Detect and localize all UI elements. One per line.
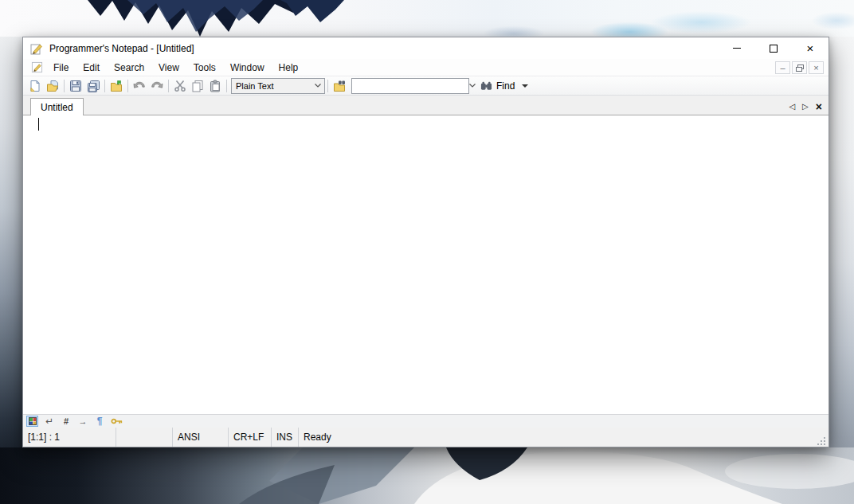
maximize-icon: [770, 45, 778, 53]
open-file-button[interactable]: [44, 78, 61, 94]
wallpaper-snow-art: [0, 447, 854, 504]
whitespace-arrow-icon: →: [79, 417, 88, 426]
status-line-endings: CR+LF: [229, 428, 272, 447]
save-icon: [69, 80, 82, 92]
encoding-text: ANSI: [178, 432, 200, 443]
status-caret-position: [1:1] : 1: [23, 428, 116, 447]
toolbar-separator: [168, 80, 169, 92]
menu-search[interactable]: Search: [107, 59, 151, 76]
close-button[interactable]: ×: [792, 37, 829, 59]
document-pencil-icon[interactable]: [31, 61, 43, 73]
split-view-button[interactable]: [26, 416, 38, 427]
mdi-window-controls: – ×: [775, 61, 824, 74]
window-title: Programmer's Notepad - [Untitled]: [49, 43, 194, 54]
undo-button[interactable]: [131, 78, 148, 94]
cut-button[interactable]: [171, 78, 189, 94]
save-all-icon: [87, 80, 100, 92]
scheme-selector[interactable]: Plain Text: [231, 78, 325, 94]
mdi-restore-icon: [796, 64, 804, 72]
word-wrap-button[interactable]: ↵: [44, 416, 55, 427]
status-encoding: ANSI: [173, 428, 229, 447]
wallpaper-right: [829, 37, 854, 447]
redo-button[interactable]: [148, 78, 166, 94]
copy-button[interactable]: [189, 78, 206, 94]
status-message-pane: Ready: [299, 428, 829, 447]
editor-options-toolbar: ↵ # → ¶: [23, 414, 829, 428]
window-controls: ×: [719, 37, 829, 59]
status-message-text: Ready: [304, 432, 331, 443]
menu-tools[interactable]: Tools: [186, 59, 223, 76]
menu-window[interactable]: Window: [223, 59, 272, 76]
cut-icon: [174, 80, 186, 92]
show-whitespace-button[interactable]: →: [77, 416, 88, 427]
wallpaper-bottom: [0, 447, 854, 504]
toolbar-separator: [104, 80, 105, 92]
find-button[interactable]: Find: [476, 78, 533, 93]
tab-bar: Untitled ◁ ▷ ×: [23, 96, 829, 115]
close-file-button[interactable]: [108, 78, 125, 94]
maximize-button[interactable]: [755, 37, 792, 59]
line-endings-text: CR+LF: [233, 432, 264, 443]
tab-navigation: ◁ ▷ ×: [789, 101, 822, 112]
new-file-icon: [29, 80, 41, 92]
menu-view[interactable]: View: [151, 59, 186, 76]
status-insert-mode: INS: [272, 428, 299, 447]
wallpaper-hair-art: [0, 0, 854, 37]
open-folder-icon: [46, 80, 59, 92]
chevron-down-icon[interactable]: [469, 79, 476, 93]
paste-button[interactable]: [206, 78, 224, 94]
editor-area[interactable]: [23, 115, 829, 414]
caret-position-text: [1:1] : 1: [28, 432, 60, 443]
folder-green-arrow-icon: [110, 80, 123, 92]
word-wrap-icon: ↵: [45, 416, 53, 426]
save-all-button[interactable]: [84, 78, 102, 94]
app-icon: [30, 42, 43, 55]
resize-grip[interactable]: [817, 436, 827, 447]
copy-icon: [191, 80, 204, 92]
tab-scroll-right-icon[interactable]: ▷: [802, 103, 809, 111]
key-icon: [111, 417, 123, 425]
tab-close-icon[interactable]: ×: [816, 101, 822, 112]
save-button[interactable]: [67, 78, 84, 94]
minimize-icon: [733, 48, 741, 49]
wallpaper-left: [0, 37, 22, 447]
minimize-button[interactable]: [719, 37, 755, 59]
undo-icon: [133, 80, 146, 92]
binoculars-icon: [480, 80, 492, 92]
find-in-files-icon: [333, 80, 346, 92]
mdi-restore-button[interactable]: [792, 61, 807, 74]
menu-file[interactable]: File: [46, 59, 76, 76]
app-window: Programmer's Notepad - [Untitled] × File…: [22, 37, 829, 447]
tab-scroll-left-icon[interactable]: ◁: [789, 103, 795, 111]
write-protect-button[interactable]: [111, 416, 123, 427]
status-selection: [116, 428, 173, 447]
insert-mode-text: INS: [276, 432, 292, 443]
menu-edit[interactable]: Edit: [76, 59, 107, 76]
pilcrow-icon: ¶: [97, 416, 103, 426]
menu-help[interactable]: Help: [272, 59, 306, 76]
find-button-label: Find: [496, 80, 515, 92]
text-caret: [38, 118, 39, 131]
find-input[interactable]: [352, 81, 469, 91]
toolbar-separator: [226, 80, 227, 92]
scheme-selector-value: Plain Text: [232, 81, 311, 91]
title-bar[interactable]: Programmer's Notepad - [Untitled] ×: [23, 37, 829, 59]
tab-untitled[interactable]: Untitled: [30, 98, 84, 115]
mdi-minimize-button[interactable]: –: [775, 61, 790, 74]
toolbar-separator: [127, 80, 128, 92]
show-line-endings-button[interactable]: ¶: [94, 416, 105, 427]
line-numbers-icon: #: [64, 417, 69, 426]
line-numbers-button[interactable]: #: [61, 416, 72, 427]
toolbar-separator: [64, 80, 65, 92]
find-in-files-button[interactable]: [331, 78, 348, 94]
new-file-button[interactable]: [26, 78, 44, 94]
mdi-close-button[interactable]: ×: [809, 61, 824, 74]
chevron-down-icon[interactable]: [311, 79, 324, 93]
menu-bar: File Edit Search View Tools Window Help …: [23, 59, 829, 76]
find-combobox[interactable]: [351, 78, 469, 94]
find-dropdown-icon[interactable]: [522, 84, 528, 88]
split-view-icon: [29, 417, 37, 425]
redo-icon: [151, 80, 163, 92]
toolbar: Plain Text: [23, 76, 829, 96]
close-icon: ×: [807, 42, 814, 54]
